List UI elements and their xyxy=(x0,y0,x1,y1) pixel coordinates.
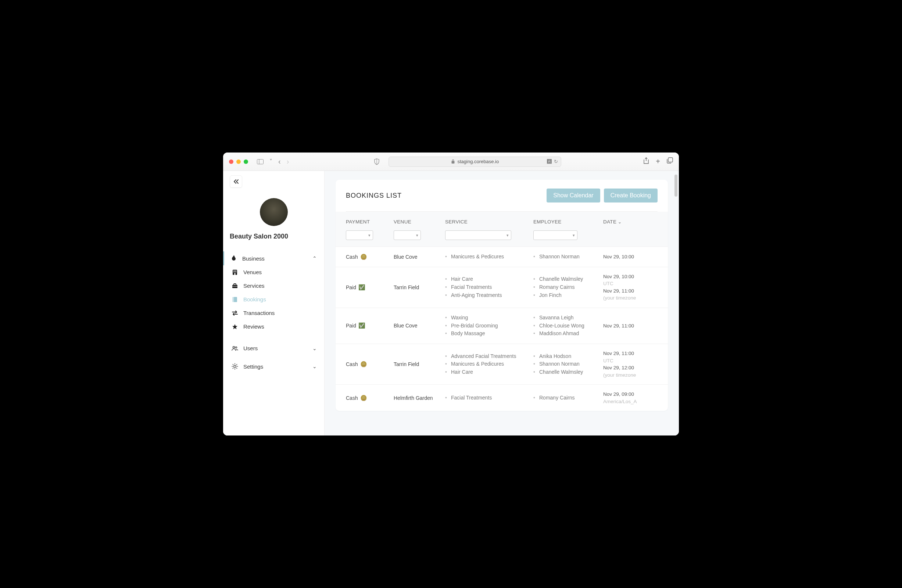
close-window[interactable] xyxy=(229,160,233,164)
list-item: Romany Cairns xyxy=(533,394,603,402)
table-body: Cash🪙Blue CoveManicures & PedicuresShann… xyxy=(335,247,668,411)
back-button[interactable]: ‹ xyxy=(277,156,282,166)
nav-label: Users xyxy=(243,345,258,351)
col-employee: EMPLOYEE xyxy=(533,219,603,225)
list-item: Shannon Norman xyxy=(533,253,603,261)
list-item: Facial Treatments xyxy=(445,394,533,402)
chevron-down-icon: ⌄ xyxy=(618,219,622,225)
date-muted: UTC xyxy=(603,357,644,364)
date-line: Nov 29, 11:00 xyxy=(603,322,644,330)
venue-cell: Tarrin Field xyxy=(394,361,445,367)
list-item: Pre-Bridal Grooming xyxy=(445,322,533,330)
nav-label: Services xyxy=(243,283,265,289)
collapse-sidebar-button[interactable] xyxy=(230,175,242,188)
list-item: Body Massage xyxy=(445,330,533,338)
date-line: Nov 29, 12:00 xyxy=(603,364,644,372)
browser-window: ˅ ‹ › staging.corebase.io 🅰︎ ↻ + xyxy=(223,153,679,435)
date-muted: (your timezone xyxy=(603,294,644,302)
main-content: BOOKINGS LIST Show Calendar Create Booki… xyxy=(324,171,679,435)
svg-rect-10 xyxy=(236,272,236,272)
forward-button[interactable]: › xyxy=(285,156,291,166)
list-item: Maddison Ahmad xyxy=(533,330,603,338)
date-muted: (your timezone xyxy=(603,372,644,379)
nav-label: Settings xyxy=(243,363,263,370)
nav-item-bookings[interactable]: Bookings xyxy=(224,292,324,306)
cash-icon: 🪙 xyxy=(360,395,367,401)
nav-section-settings[interactable]: Settings ⌄ xyxy=(224,355,324,374)
employees-cell: Shannon Norman xyxy=(533,253,603,261)
table-row[interactable]: Cash🪙Tarrin FieldAdvanced Facial Treatme… xyxy=(335,344,668,385)
date-line: Nov 29, 11:00 xyxy=(603,350,644,357)
list-item: Manicures & Pedicures xyxy=(445,253,533,261)
maximize-window[interactable] xyxy=(244,160,248,164)
nav-section-business[interactable]: Business ⌃ xyxy=(223,251,324,265)
payment-cell: Cash🪙 xyxy=(346,361,394,368)
avatar[interactable] xyxy=(260,198,288,226)
nav-item-reviews[interactable]: Reviews xyxy=(224,320,324,333)
table-row[interactable]: Cash🪙Helmfirth GardenFacial TreatmentsRo… xyxy=(335,385,668,411)
nav-item-services[interactable]: Services xyxy=(224,279,324,292)
create-booking-button[interactable]: Create Booking xyxy=(604,189,658,202)
reload-icon[interactable]: ↻ xyxy=(554,159,558,164)
date-cell: Nov 29, 11:00 xyxy=(603,322,644,330)
window-controls xyxy=(229,160,248,164)
services-cell: Advanced Facial TreatmentsManicures & Pe… xyxy=(445,352,533,376)
nav-label: Venues xyxy=(243,269,262,275)
translate-icon[interactable]: 🅰︎ xyxy=(547,159,552,164)
payment-cell: Cash🪙 xyxy=(346,253,394,260)
check-icon: ✅ xyxy=(359,322,365,329)
nav-section-users[interactable]: Users ⌄ xyxy=(224,337,324,355)
nav-label: Reviews xyxy=(243,324,264,330)
payment-status: Paid xyxy=(346,323,356,328)
share-icon[interactable] xyxy=(643,157,649,166)
shield-icon[interactable] xyxy=(372,158,381,166)
payment-cell: Cash🪙 xyxy=(346,395,394,401)
svg-point-18 xyxy=(234,365,236,368)
svg-point-16 xyxy=(233,346,235,348)
table-row[interactable]: Paid✅Tarrin FieldHair CareFacial Treatme… xyxy=(335,267,668,308)
list-item: Anika Hodson xyxy=(533,352,603,361)
cash-icon: 🪙 xyxy=(360,361,367,368)
chevron-down-icon[interactable]: ˅ xyxy=(268,157,274,166)
minimize-window[interactable] xyxy=(236,160,241,164)
list-item: Facial Treatments xyxy=(445,283,533,291)
page-title: BOOKINGS LIST xyxy=(346,192,402,200)
services-cell: Facial Treatments xyxy=(445,394,533,402)
table-row[interactable]: Cash🪙Blue CoveManicures & PedicuresShann… xyxy=(335,247,668,267)
venue-cell: Blue Cove xyxy=(394,323,445,328)
sidebar-toggle-icon[interactable] xyxy=(255,158,265,165)
payment-status: Paid xyxy=(346,285,356,290)
filter-service[interactable] xyxy=(445,230,511,240)
nav-item-transactions[interactable]: Transactions xyxy=(224,306,324,320)
employees-cell: Anika HodsonShannon NormanChanelle Walms… xyxy=(533,352,603,376)
list-item: Hair Care xyxy=(445,368,533,376)
table-row[interactable]: Paid✅Blue CoveWaxingPre-Bridal GroomingB… xyxy=(335,308,668,344)
star-icon xyxy=(232,324,238,330)
nav-label: Business xyxy=(242,255,265,262)
chevron-down-icon: ⌄ xyxy=(312,346,317,351)
svg-rect-3 xyxy=(668,158,673,162)
col-venue: VENUE xyxy=(394,219,445,225)
url-bar[interactable]: staging.corebase.io 🅰︎ ↻ xyxy=(388,156,561,167)
col-date[interactable]: DATE ⌄ xyxy=(603,219,644,225)
org-name: Beauty Salon 2000 xyxy=(223,233,324,251)
svg-rect-2 xyxy=(452,161,455,164)
list-item: Chanelle Walmsley xyxy=(533,275,603,283)
flame-icon xyxy=(230,255,237,262)
filter-venue[interactable] xyxy=(394,230,421,240)
new-tab-icon[interactable]: + xyxy=(656,157,660,166)
lock-icon xyxy=(451,159,455,164)
sidebar: Beauty Salon 2000 Business ⌃ Venues xyxy=(223,171,324,435)
scrollbar-thumb[interactable] xyxy=(675,175,677,197)
filter-payment[interactable] xyxy=(346,230,373,240)
list-item: Advanced Facial Treatments xyxy=(445,352,533,361)
nav-item-venues[interactable]: Venues xyxy=(224,265,324,279)
svg-rect-15 xyxy=(233,297,234,302)
nav-label: Bookings xyxy=(243,296,266,302)
venue-cell: Helmfirth Garden xyxy=(394,395,445,401)
svg-rect-11 xyxy=(235,273,236,275)
show-calendar-button[interactable]: Show Calendar xyxy=(547,189,600,202)
filter-employee[interactable] xyxy=(533,230,578,240)
tabs-icon[interactable] xyxy=(667,157,673,166)
nav-label: Transactions xyxy=(243,310,274,316)
